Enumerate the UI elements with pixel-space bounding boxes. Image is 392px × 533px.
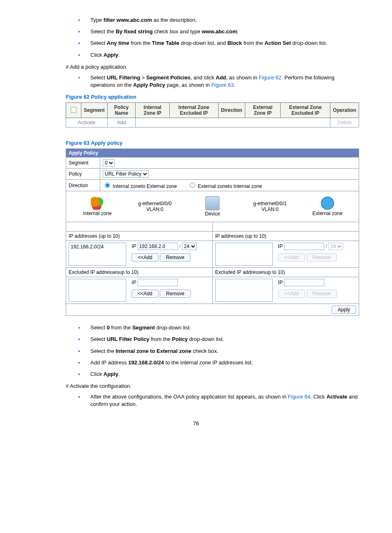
direction-int-ext[interactable]: Internal zoneto External zone	[103, 183, 177, 189]
list-item: Type filter www.abc.com as the descripti…	[66, 16, 359, 24]
int-mask-select[interactable]: 24	[182, 243, 197, 250]
activate-link[interactable]: Activate	[66, 118, 108, 127]
list-item: Add IP address 192.168.2.0/24 to the int…	[66, 359, 359, 366]
users-icon	[91, 197, 104, 210]
direction-ext-int[interactable]: External zoneto Internal zone	[188, 183, 262, 189]
add-link[interactable]: Add	[107, 118, 136, 127]
int-ip-add-button[interactable]: <<Add	[131, 253, 158, 262]
int-ip-field[interactable]	[138, 243, 178, 250]
list-item: Select URL Filtering > Segment Policies,…	[66, 74, 359, 89]
ip-prefix-label: IP	[278, 280, 283, 285]
if-right: g-ethernet0/0/1VLAN:0	[244, 201, 296, 213]
hash-add-policy: # Add a policy application.	[66, 64, 359, 70]
instruction-list-3: Select 0 from the Segment drop-down list…	[66, 324, 359, 378]
ext-ip-field[interactable]	[284, 243, 324, 250]
list-item: Select the By fixed string check box and…	[66, 28, 359, 35]
apply-policy-panel: Apply Policy Segment 0 Policy URL Filter…	[66, 148, 359, 222]
instruction-list-4: After the above configurations, the OAA …	[66, 393, 359, 408]
list-item: After the above configurations, the OAA …	[66, 393, 359, 408]
list-item: Select 0 from the Segment drop-down list…	[66, 324, 359, 331]
policy-table: Segment Policy Name Internal Zone IP Int…	[66, 102, 359, 127]
col-int-zone-excl-ip: Internal Zone Excluded IP	[169, 103, 218, 118]
ext-ip-listbox[interactable]	[215, 243, 273, 266]
list-item: Click Apply.	[66, 371, 359, 378]
ext-ip-add-button[interactable]: <<Add	[278, 253, 305, 262]
int-ip-remove-button[interactable]: Remove	[160, 253, 191, 262]
globe-icon	[321, 197, 334, 210]
int-excl-remove-button[interactable]: Remove	[160, 290, 191, 298]
int-ip-listbox[interactable]: 192.168.2.0/24	[69, 243, 126, 266]
ip-prefix-label: IP	[131, 280, 136, 285]
ext-excl-add-button[interactable]: <<Add	[278, 290, 305, 298]
hash-activate: # Activate the configuration.	[66, 383, 359, 389]
ip-prefix-label: IP	[278, 243, 283, 249]
int-ip-label: IP addresses (up to 10)	[66, 232, 213, 241]
zone-config-table: Internal Zone Configuration External Zon…	[66, 222, 359, 316]
int-excl-add-button[interactable]: <<Add	[131, 290, 158, 298]
ext-excl-label: Excluded IP addressesup to 10)	[212, 268, 359, 277]
if-left: g-ethernet0/0/0VLAN:0	[129, 201, 181, 213]
list-item: Select the Internal zone to External zon…	[66, 348, 359, 355]
apply-button[interactable]: Apply	[332, 306, 356, 314]
int-zone-hdr: Internal Zone Configuration	[66, 222, 213, 232]
instruction-list-1: Type filter www.abc.com as the descripti…	[66, 16, 359, 59]
link-figure-63[interactable]: Figure 63	[211, 82, 234, 88]
ext-zone-hdr: External Zone Configuration	[212, 222, 359, 232]
col-policy-name: Policy Name	[107, 103, 136, 118]
segment-select[interactable]: 0	[103, 159, 115, 167]
internal-zone-label: Internal zone	[71, 211, 124, 216]
segment-label: Segment	[66, 158, 100, 169]
policy-select[interactable]: URL Filter Policy	[103, 170, 149, 178]
instruction-list-2: Select URL Filtering > Segment Policies,…	[66, 74, 359, 89]
col-int-zone-ip: Internal Zone IP	[136, 103, 170, 118]
external-zone-label: External zone	[301, 211, 354, 216]
col-direction: Direction	[218, 103, 245, 118]
list-item: Click Apply.	[66, 51, 359, 59]
select-all-checkbox[interactable]	[71, 107, 76, 113]
figure-62-caption: Figure 62 Policy application	[66, 94, 359, 100]
col-operation: Operation	[330, 103, 359, 118]
ext-excl-remove-button[interactable]: Remove	[307, 290, 337, 298]
link-figure-64[interactable]: Figure 64	[288, 394, 311, 400]
int-excl-listbox[interactable]	[69, 279, 126, 302]
ext-ip-label: IP addresses (up to 10)	[212, 232, 359, 241]
link-figure-62[interactable]: Figure 62	[259, 74, 281, 81]
list-item: Select Any time from the Time Table drop…	[66, 39, 359, 47]
ext-excl-field[interactable]	[284, 279, 324, 286]
int-excl-label: Excluded IP addressesup to 10)	[66, 268, 213, 277]
device-label: Device	[186, 211, 239, 217]
panel-title: Apply Policy	[66, 149, 359, 158]
int-excl-field[interactable]	[138, 279, 178, 286]
figure-63-caption: Figure 63 Apply policy	[66, 140, 359, 146]
col-segment: Segment	[81, 103, 108, 118]
delete-link[interactable]: Delete	[330, 118, 359, 127]
ip-prefix-label: IP	[131, 243, 136, 249]
list-item: Select URL Filter Policy from the Policy…	[66, 336, 359, 343]
page-number: 76	[33, 420, 359, 426]
direction-label: Direction	[66, 180, 100, 191]
col-ext-zone-excl-ip: External Zone Excluded IP	[281, 103, 330, 118]
col-ext-zone-ip: External Zone IP	[245, 103, 281, 118]
device-icon	[205, 196, 219, 210]
policy-label: Policy	[66, 169, 100, 180]
ext-ip-remove-button[interactable]: Remove	[307, 253, 337, 262]
ext-excl-listbox[interactable]	[215, 279, 273, 302]
ext-mask-select[interactable]: 24	[328, 243, 343, 250]
